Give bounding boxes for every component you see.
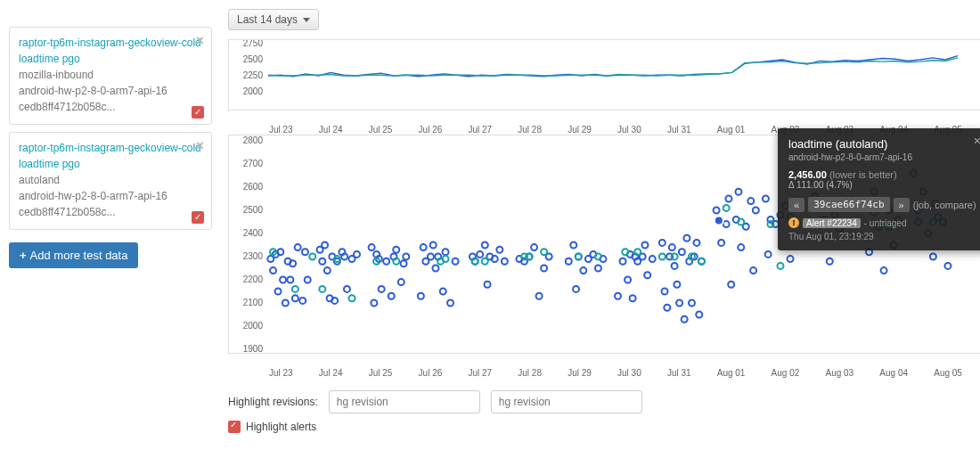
svg-point-110 xyxy=(682,316,688,323)
svg-text:2400: 2400 xyxy=(243,228,264,238)
chevron-down-icon xyxy=(303,18,310,22)
svg-point-15 xyxy=(270,267,276,274)
svg-point-50 xyxy=(393,247,399,253)
svg-point-107 xyxy=(674,282,680,288)
svg-point-105 xyxy=(669,244,675,250)
svg-point-125 xyxy=(738,244,744,250)
tooltip-links[interactable]: (job, compare) xyxy=(913,200,976,210)
svg-point-64 xyxy=(453,258,459,265)
svg-point-92 xyxy=(625,277,631,283)
svg-text:2000: 2000 xyxy=(243,86,264,95)
prev-revision-button[interactable]: « xyxy=(788,198,804,212)
svg-point-78 xyxy=(536,293,543,299)
svg-point-91 xyxy=(620,258,626,265)
svg-point-119 xyxy=(718,240,724,246)
series-color-badge xyxy=(192,106,204,119)
close-icon[interactable]: × xyxy=(196,33,204,49)
svg-point-39 xyxy=(344,286,350,292)
test-revision: cedb8ff4712b058c... xyxy=(19,99,202,115)
svg-point-55 xyxy=(421,244,427,250)
tooltip-delta: Δ 111.00 (4.7%) xyxy=(788,180,977,190)
svg-point-73 xyxy=(502,258,508,265)
svg-point-41 xyxy=(354,251,360,258)
svg-point-67 xyxy=(477,251,483,258)
add-test-data-button[interactable]: +Add more test data xyxy=(9,242,138,268)
svg-point-109 xyxy=(679,249,685,255)
test-card: × raptor-tp6m-instagram-geckoview-cold l… xyxy=(9,27,212,125)
svg-point-158 xyxy=(930,254,936,260)
test-revision: cedb8ff4712b058c... xyxy=(19,204,202,220)
hg-revision-input-2[interactable] xyxy=(491,390,642,413)
svg-point-72 xyxy=(496,247,502,253)
svg-text:1900: 1900 xyxy=(243,344,264,354)
svg-text:2250: 2250 xyxy=(243,70,264,80)
tooltip-hint: (lower is better) xyxy=(829,169,897,180)
svg-point-116 xyxy=(696,312,702,318)
time-range-dropdown[interactable]: Last 14 days xyxy=(228,9,319,30)
svg-point-124 xyxy=(735,189,741,195)
svg-point-122 xyxy=(728,282,734,288)
svg-text:2750: 2750 xyxy=(243,40,264,48)
svg-point-22 xyxy=(287,277,293,283)
svg-point-185 xyxy=(698,258,705,265)
highlight-revisions-label: Highlight revisions: xyxy=(228,396,318,408)
svg-point-61 xyxy=(440,289,446,295)
svg-point-101 xyxy=(659,240,666,246)
close-icon[interactable]: × xyxy=(974,134,980,148)
svg-point-42 xyxy=(369,244,375,250)
svg-point-99 xyxy=(644,272,650,278)
svg-point-32 xyxy=(324,267,331,274)
test-repo: mozilla-inbound xyxy=(19,67,202,83)
overview-chart[interactable]: 2000225025002750 xyxy=(228,39,980,110)
svg-point-52 xyxy=(401,260,407,266)
svg-point-189 xyxy=(777,263,783,269)
highlight-alerts-checkbox[interactable] xyxy=(228,421,241,433)
highlight-alerts-label: Highlight alerts xyxy=(246,421,316,433)
hg-revision-input-1[interactable] xyxy=(329,390,480,413)
svg-point-68 xyxy=(482,242,488,249)
plus-icon: + xyxy=(20,249,27,262)
svg-point-83 xyxy=(573,286,579,292)
close-icon[interactable]: × xyxy=(196,138,204,154)
svg-point-165 xyxy=(309,254,315,260)
svg-point-168 xyxy=(348,295,355,301)
svg-point-115 xyxy=(693,240,699,246)
svg-text:2300: 2300 xyxy=(243,251,264,261)
svg-text:2500: 2500 xyxy=(243,54,264,64)
test-link[interactable]: raptor-tp6m-instagram-geckoview-cold loa… xyxy=(19,35,202,67)
svg-point-162 xyxy=(944,263,951,269)
next-revision-button[interactable]: » xyxy=(894,198,910,212)
svg-text:2500: 2500 xyxy=(243,205,264,215)
test-platform: android-hw-p2-8-0-arm7-api-16 xyxy=(19,83,202,99)
svg-point-136 xyxy=(788,256,794,262)
svg-point-90 xyxy=(615,293,621,299)
svg-point-88 xyxy=(595,266,601,272)
tooltip-title: loadtime (autoland) xyxy=(788,137,977,151)
svg-point-85 xyxy=(580,267,586,274)
svg-point-17 xyxy=(275,289,282,295)
svg-point-48 xyxy=(388,293,395,299)
svg-point-57 xyxy=(428,254,434,260)
svg-point-51 xyxy=(398,279,404,285)
svg-point-62 xyxy=(443,249,449,255)
svg-point-103 xyxy=(664,305,670,311)
svg-point-27 xyxy=(302,249,308,255)
svg-point-108 xyxy=(676,300,682,307)
svg-point-177 xyxy=(541,249,547,255)
detail-chart[interactable]: 1900200021002200230024002500260027002800… xyxy=(228,135,980,354)
svg-text:2000: 2000 xyxy=(243,321,264,331)
svg-text:2200: 2200 xyxy=(243,274,264,284)
svg-point-111 xyxy=(683,235,690,241)
test-link[interactable]: raptor-tp6m-instagram-geckoview-cold loa… xyxy=(19,140,202,172)
point-tooltip: × loadtime (autoland) android-hw-p2-8-0-… xyxy=(778,128,980,250)
svg-point-150 xyxy=(881,267,887,274)
svg-text:2100: 2100 xyxy=(243,298,264,307)
alert-link[interactable]: Alert #22234 xyxy=(803,218,861,228)
svg-point-127 xyxy=(747,198,754,204)
svg-point-142 xyxy=(827,258,833,265)
tooltip-value: 2,456.00 xyxy=(788,169,827,180)
svg-point-100 xyxy=(649,256,656,262)
svg-point-30 xyxy=(319,258,325,265)
svg-point-106 xyxy=(672,263,678,269)
svg-point-81 xyxy=(566,258,572,265)
